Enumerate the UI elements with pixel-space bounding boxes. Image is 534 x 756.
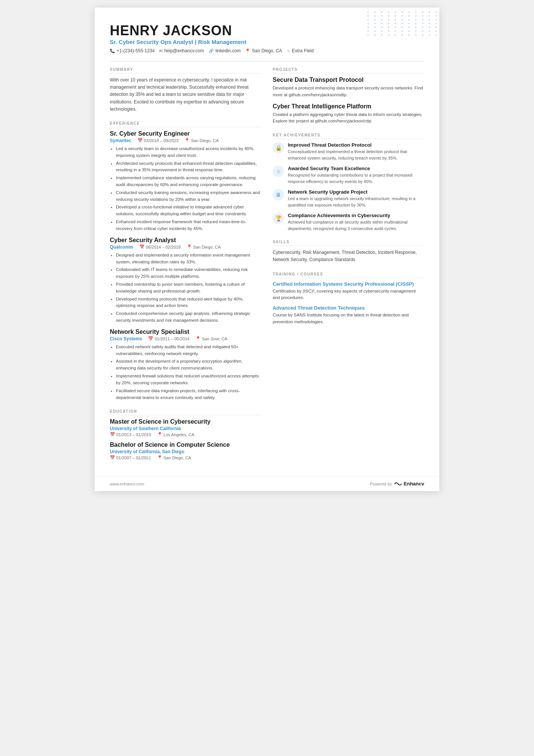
- job-company: Symantec: [110, 138, 131, 143]
- achievement-title: Awarded Security Team Excellence: [288, 166, 424, 171]
- bullet-item: Designed and implemented a security info…: [116, 252, 261, 266]
- job-location: 📍 San Jose, CA: [195, 336, 227, 341]
- footer-url: www.enhancv.com: [110, 482, 144, 486]
- job-bullets: Designed and implemented a security info…: [110, 252, 261, 324]
- job-dates: 📅 03/2018 – 09/2023: [137, 138, 179, 143]
- star-icon: ☆: [287, 49, 290, 53]
- degree-title: Bachelor of Science in Computer Science: [110, 441, 261, 448]
- achievement-desc: Recognized for outstanding contributions…: [288, 172, 424, 185]
- bullet-item: Architected security protocols that enha…: [116, 160, 261, 174]
- job-location: 📍 San Diego, CA: [184, 138, 219, 143]
- school-name: University of California, San Diego: [110, 449, 261, 454]
- skills-text: Cybersecurity, Risk Management, Threat D…: [273, 249, 424, 263]
- bullet-item: Executed network safety audits that dete…: [116, 344, 261, 357]
- training-desc: Certification by (ISC)², covering key as…: [273, 288, 424, 302]
- achievement-item: 🏆 Compliance Achievements in Cybersecuri…: [273, 213, 424, 232]
- pin-icon: 📍: [157, 432, 162, 437]
- email-contact: ✉ help@enhancv.com: [159, 48, 204, 53]
- summary-text: With over 10 years of experience in cybe…: [110, 77, 261, 113]
- achievement-title: Compliance Achievements in Cybersecurity: [288, 213, 424, 218]
- job-meta: Cisco Systems 📅 01/2011 – 05/2014 📍 San …: [110, 336, 261, 341]
- training-item: Certified Information Systems Security P…: [273, 281, 424, 302]
- bullet-item: Developed a cross-functional initiative …: [116, 204, 261, 218]
- achievement-icon-lock: 🔒: [273, 142, 284, 153]
- pin-icon: 📍: [195, 336, 201, 341]
- job-company: Cisco Systems: [110, 336, 142, 341]
- job-location: 📍 San Diego, CA: [187, 244, 221, 249]
- footer-powered-by: Powered by Enhancv: [370, 481, 424, 487]
- bullet-item: Collaborated with IT teams to remediate …: [116, 266, 261, 280]
- calendar-icon: 📅: [137, 138, 143, 143]
- pin-icon: 📍: [184, 138, 190, 143]
- summary-label: SUMMARY: [110, 67, 261, 74]
- bullet-item: Led a security team to decrease unauthor…: [116, 146, 261, 159]
- left-column: SUMMARY With over 10 years of experience…: [110, 67, 261, 468]
- enhancv-logo: Enhancv: [394, 481, 424, 487]
- education-label: EDUCATION: [110, 409, 261, 415]
- resume-document: HENRY JACKSON Sr. Cyber Security Ops Ana…: [95, 8, 439, 491]
- training-desc: Course by SANS Institute focusing on the…: [273, 312, 424, 326]
- achievements-label: KEY ACHIEVEMENTS: [273, 133, 424, 139]
- training-title: Certified Information Systems Security P…: [273, 281, 424, 287]
- calendar-icon: 📅: [110, 432, 115, 437]
- edu-location: 📍 Los Angeles, CA: [157, 432, 194, 437]
- projects-section: PROJECTS Secure Data Transport Protocol …: [273, 67, 424, 125]
- edu-meta: 📅 01/2013 – 01/2015 📍 Los Angeles, CA: [110, 432, 261, 437]
- project-title: Cyber Threat Intelligence Platform: [273, 103, 424, 110]
- website-contact: 🔗 linkedin.com: [209, 48, 241, 53]
- edu-meta: 📅 01/2007 – 01/2011 📍 San Diego, CA: [110, 455, 261, 460]
- achievement-item: 🖥 Network Security Upgrade Project Led a…: [273, 189, 424, 208]
- job-bullets: Executed network safety audits that dete…: [110, 344, 261, 401]
- training-section: TRAINING / COURSES Certified Information…: [273, 272, 424, 326]
- education-item: Master of Science in Cybersecurity Unive…: [110, 418, 261, 437]
- candidate-title: Sr. Cyber Security Ops Analyst | Risk Ma…: [110, 39, 424, 45]
- candidate-name: HENRY JACKSON: [110, 23, 424, 39]
- education-item: Bachelor of Science in Computer Science …: [110, 441, 261, 460]
- project-item: Cyber Threat Intelligence Platform Creat…: [273, 103, 424, 125]
- bullet-item: Developed monitoring protocols that redu…: [116, 296, 261, 310]
- bullet-item: Conducted comprehensive security gap ana…: [116, 310, 261, 324]
- job-title: Cyber Security Analyst: [110, 237, 261, 244]
- training-label: TRAINING / COURSES: [273, 272, 424, 278]
- calendar-icon: 📅: [139, 244, 145, 249]
- achievement-desc: Conceptualized and implemented a threat …: [288, 149, 424, 161]
- phone-contact: 📞 +1-(234)-555-1234: [110, 48, 155, 53]
- achievement-icon-star: ☆: [273, 166, 284, 177]
- bullet-item: Assisted in the development of a proprie…: [116, 358, 261, 372]
- project-title: Secure Data Transport Protocol: [273, 77, 424, 83]
- calendar-icon: 📅: [148, 336, 153, 341]
- job-item: Cyber Security Analyst Qualcomm 📅 06/201…: [110, 237, 261, 324]
- bullet-item: Implemented compliance standards across …: [116, 175, 261, 188]
- email-icon: ✉: [159, 49, 162, 53]
- edu-location: 📍 San Diego, CA: [157, 455, 191, 460]
- bullet-item: Conducted security training sessions, in…: [116, 189, 261, 203]
- resume-header: HENRY JACKSON Sr. Cyber Security Ops Ana…: [110, 23, 424, 53]
- edu-dates: 📅 01/2013 – 01/2015: [110, 432, 151, 437]
- job-meta: Qualcomm 📅 06/2014 – 02/2018 📍 San Diego…: [110, 244, 261, 250]
- job-item: Sr. Cyber Security Engineer Symantec 📅 0…: [110, 130, 261, 232]
- achievement-icon-trophy: 🏆: [273, 213, 284, 224]
- degree-title: Master of Science in Cybersecurity: [110, 418, 261, 425]
- achievement-title: Improved Threat Detection Protocol: [288, 142, 424, 148]
- right-column: PROJECTS Secure Data Transport Protocol …: [273, 67, 424, 468]
- achievement-desc: Led a team in upgrading network security…: [288, 196, 424, 208]
- bullet-item: Enhanced incident response framework tha…: [116, 219, 261, 232]
- job-dates: 📅 01/2011 – 05/2014: [148, 336, 189, 341]
- project-desc: Developed a protocol enhancing data tran…: [273, 85, 424, 99]
- job-meta: Symantec 📅 03/2018 – 09/2023 📍 San Diego…: [110, 138, 261, 143]
- link-icon: 🔗: [209, 49, 214, 53]
- job-item: Network Security Specialist Cisco System…: [110, 329, 261, 401]
- job-title: Network Security Specialist: [110, 329, 261, 335]
- achievement-item: 🔒 Improved Threat Detection Protocol Con…: [273, 142, 424, 161]
- contact-info: 📞 +1-(234)-555-1234 ✉ help@enhancv.com 🔗…: [110, 48, 424, 53]
- skills-section: SKILLS Cybersecurity, Risk Management, T…: [273, 240, 424, 263]
- pin-icon: 📍: [157, 455, 162, 460]
- achievement-icon-monitor: 🖥: [273, 189, 284, 200]
- project-item: Secure Data Transport Protocol Developed…: [273, 77, 424, 99]
- extra-field: ☆ Extra Field: [287, 48, 314, 53]
- bullet-item: Provided mentorship to junior team membe…: [116, 281, 261, 295]
- project-desc: Created a platform aggregating cyber thr…: [273, 111, 424, 125]
- achievement-item: ☆ Awarded Security Team Excellence Recog…: [273, 166, 424, 185]
- job-dates: 📅 06/2014 – 02/2018: [139, 244, 181, 249]
- achievements-section: KEY ACHIEVEMENTS 🔒 Improved Threat Detec…: [273, 133, 424, 232]
